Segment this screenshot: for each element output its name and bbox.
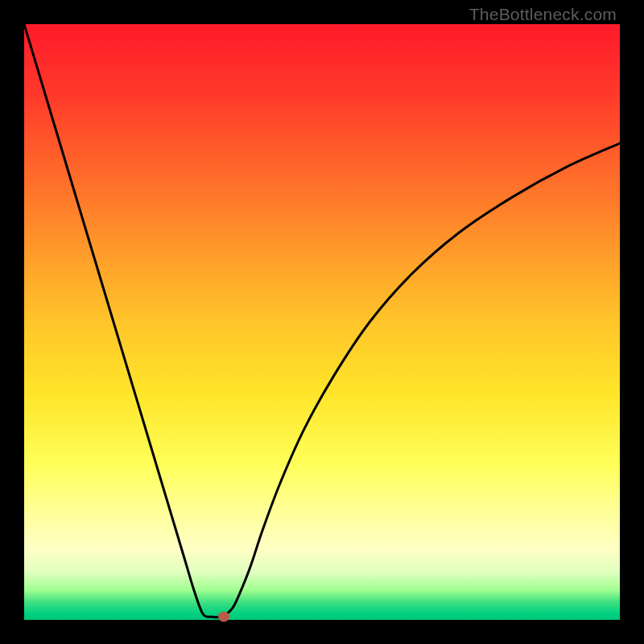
optimum-marker	[218, 612, 229, 622]
bottleneck-curve	[24, 24, 620, 617]
chart-frame: TheBottleneck.com	[0, 0, 644, 644]
curve-layer	[24, 24, 620, 620]
plot-area	[24, 24, 620, 620]
watermark-text: TheBottleneck.com	[469, 5, 617, 24]
